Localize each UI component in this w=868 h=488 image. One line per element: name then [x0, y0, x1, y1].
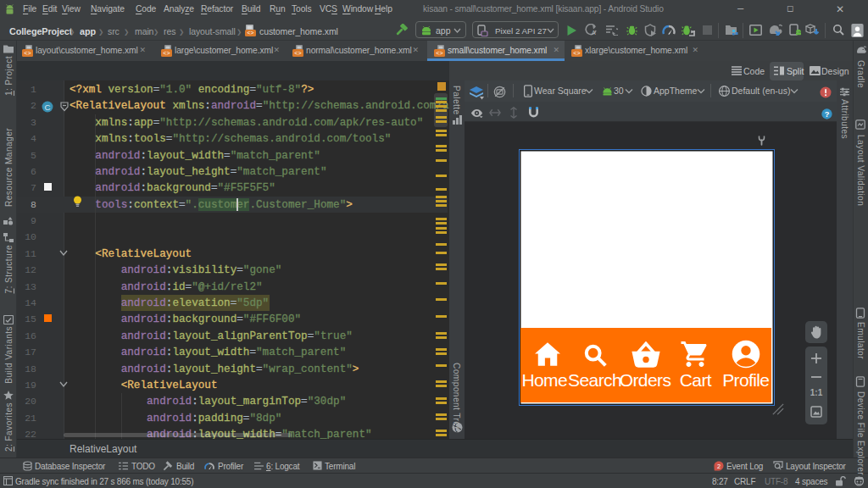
svg-text:<>: <>: [24, 50, 31, 57]
svg-text:C: C: [45, 102, 51, 111]
svg-text:<>: <>: [248, 30, 254, 36]
svg-text:?: ?: [825, 109, 830, 118]
svg-text:<>: <>: [163, 50, 170, 57]
svg-text:<>: <>: [294, 50, 301, 57]
svg-text:<>: <>: [436, 50, 442, 57]
svg-text:<>: <>: [573, 50, 580, 57]
svg-text:2: 2: [717, 463, 721, 470]
svg-text:A: A: [592, 30, 596, 36]
